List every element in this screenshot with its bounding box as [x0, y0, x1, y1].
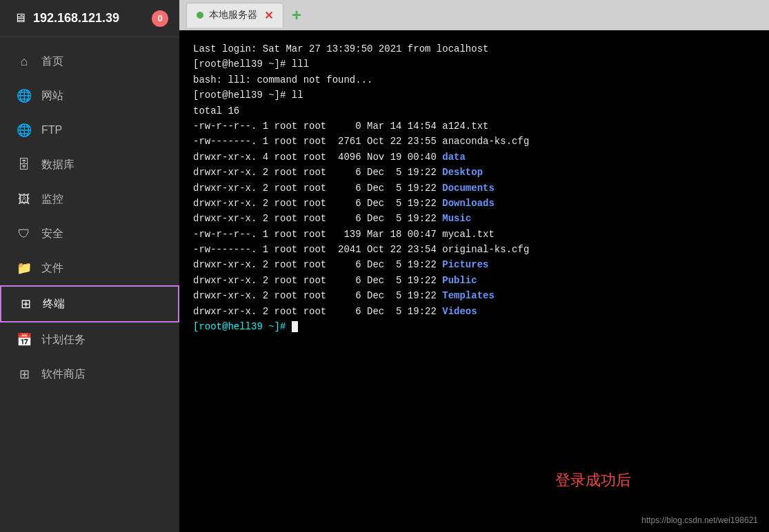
- home-icon: ⌂: [17, 54, 32, 69]
- ftp-icon: 🌐: [17, 123, 32, 138]
- sidebar-item-label-monitor: 监控: [41, 192, 63, 207]
- tab-close-button[interactable]: ✕: [264, 9, 273, 22]
- sidebar-item-label-ftp: FTP: [41, 124, 62, 136]
- tasks-icon: 📅: [17, 332, 32, 347]
- terminal-content[interactable]: Last login: Sat Mar 27 13:39:50 2021 fro…: [179, 30, 769, 532]
- tab-status-dot: [197, 12, 203, 19]
- sidebar-item-terminal[interactable]: ⊞终端: [0, 285, 179, 323]
- sidebar-item-label-terminal: 终端: [43, 297, 65, 311]
- sidebar: 🖥 192.168.121.39 0 ⌂首页🌐网站🌐FTP🗄数据库🖼监控🛡安全📁…: [0, 0, 179, 532]
- security-icon: 🛡: [17, 226, 32, 241]
- terminal-icon: ⊞: [18, 296, 33, 311]
- monitor-icon: 🖼: [17, 192, 32, 207]
- sidebar-item-label-database: 数据库: [41, 158, 74, 172]
- tab-local-server[interactable]: 本地服务器 ✕: [186, 3, 283, 28]
- tab-bar: 本地服务器 ✕ +: [179, 0, 769, 30]
- sidebar-item-security[interactable]: 🛡安全: [0, 216, 179, 251]
- sidebar-item-label-tasks: 计划任务: [41, 333, 86, 347]
- sidebar-item-ftp[interactable]: 🌐FTP: [0, 113, 179, 147]
- sidebar-item-label-files: 文件: [41, 261, 63, 276]
- sidebar-item-monitor[interactable]: 🖼监控: [0, 182, 179, 216]
- sidebar-item-label-security: 安全: [41, 227, 63, 241]
- monitor-icon: 🖥: [14, 11, 26, 25]
- website-icon: 🌐: [17, 88, 32, 103]
- sidebar-item-tasks[interactable]: 📅计划任务: [0, 323, 179, 357]
- database-icon: 🗄: [17, 157, 32, 172]
- sidebar-item-label-home: 首页: [41, 54, 63, 69]
- sidebar-navigation: ⌂首页🌐网站🌐FTP🗄数据库🖼监控🛡安全📁文件⊞终端📅计划任务⊞软件商店: [0, 37, 179, 532]
- sidebar-item-database[interactable]: 🗄数据库: [0, 147, 179, 182]
- sidebar-item-label-website: 网站: [41, 89, 63, 103]
- sidebar-item-website[interactable]: 🌐网站: [0, 79, 179, 113]
- notification-badge: 0: [152, 10, 168, 27]
- sidebar-item-label-appstore: 软件商店: [41, 367, 86, 382]
- sidebar-item-files[interactable]: 📁文件: [0, 251, 179, 285]
- tab-label: 本地服务器: [209, 9, 257, 21]
- sidebar-title: 192.168.121.39: [33, 11, 119, 25]
- sidebar-header: 🖥 192.168.121.39 0: [0, 0, 179, 37]
- sidebar-item-home[interactable]: ⌂首页: [0, 44, 179, 79]
- files-icon: 📁: [17, 260, 32, 276]
- watermark-text: https://blog.csdn.net/wei198621: [641, 515, 758, 525]
- terminal-wrapper: Last login: Sat Mar 27 13:39:50 2021 fro…: [179, 30, 769, 532]
- appstore-icon: ⊞: [17, 367, 32, 382]
- tab-add-button[interactable]: +: [286, 7, 307, 23]
- sidebar-item-appstore[interactable]: ⊞软件商店: [0, 357, 179, 391]
- main-content: 本地服务器 ✕ + Last login: Sat Mar 27 13:39:5…: [179, 0, 769, 532]
